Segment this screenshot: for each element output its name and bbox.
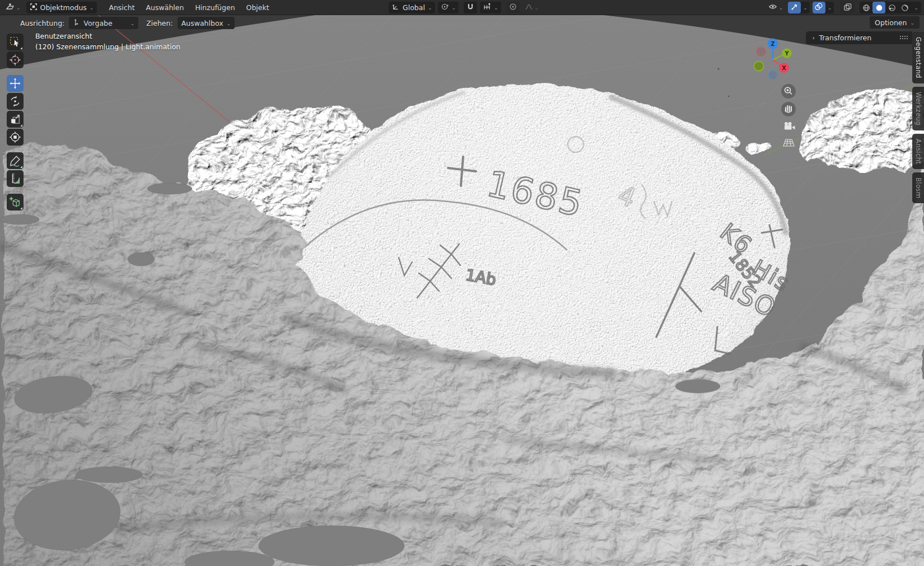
xray-toggle-button[interactable] [840, 2, 855, 13]
subtool-indicator [20, 207, 22, 209]
tool-scale[interactable] [7, 111, 24, 128]
chevron-down-icon: ⌄ [90, 6, 94, 11]
collection-info-label: (120) Szenensammlung | Light.animation [35, 43, 180, 51]
menu-hinzufuegen[interactable]: Hinzufügen [190, 2, 240, 13]
subtool-indicator [20, 166, 22, 168]
snap-toggle-button[interactable] [464, 2, 477, 13]
proportional-edit-button[interactable] [506, 2, 520, 13]
gizmo-axis-neg-x[interactable] [757, 47, 766, 56]
orientation-axes-icon [392, 3, 400, 12]
blender-window: 1685 4 K6 1852 His AISO 1Ab [0, 0, 924, 566]
magnet-icon [466, 3, 474, 12]
gizmo-axis-z[interactable]: Z [768, 39, 778, 49]
sidebar-tab-column: Gegenstand Werkzeug Ansicht Blosm [912, 32, 924, 203]
tool-settings-bar: Ausrichtung: Vorgabe ⌄ Ziehen: Auswahlbo… [20, 17, 235, 29]
options-dropdown-button[interactable]: Optionen ⌄ [870, 16, 920, 29]
xray-icon [843, 3, 852, 13]
svg-text:X: X [782, 65, 786, 71]
snap-increment-icon [483, 3, 491, 12]
tool-rotate[interactable] [7, 93, 24, 110]
falloff-dropdown[interactable]: ⌄ [522, 2, 542, 13]
pivot-point-dropdown[interactable]: ⌄ [438, 2, 459, 13]
tool-measure[interactable] [7, 170, 24, 187]
falloff-curve-icon [525, 3, 533, 12]
options-label: Optionen [875, 18, 907, 27]
tab-gegenstand[interactable]: Gegenstand [912, 32, 924, 83]
svg-text:Y: Y [784, 50, 789, 57]
chevron-down-icon: ⌄ [535, 6, 539, 11]
top-menu-bar: ⌄ Objektmodus ⌄ Ansicht Auswählen Hinzuf… [0, 0, 924, 15]
pivot-icon [441, 3, 449, 12]
perspective-toggle-button[interactable] [783, 139, 794, 146]
grid-plane-icon [783, 139, 794, 146]
gizmo-arrow-icon [791, 3, 798, 12]
orientation-setting-value: Vorgabe [83, 19, 112, 27]
drag-setting-label: Ziehen: [146, 19, 172, 27]
chevron-down-icon[interactable]: ⌄ [801, 6, 810, 11]
chevron-down-icon: ⌄ [428, 6, 432, 11]
orientation-setting-dropdown[interactable]: Vorgabe ⌄ [69, 17, 138, 29]
chevron-down-icon: ⌄ [494, 6, 498, 11]
chevron-down-icon: ⌄ [227, 21, 231, 26]
chevron-down-icon: ⌄ [910, 21, 914, 26]
tool-transform[interactable] [7, 129, 24, 146]
eye-icon [768, 3, 777, 12]
chevron-down-icon[interactable]: ⌄ [825, 6, 834, 11]
panel-grip-handle[interactable] [899, 35, 908, 40]
npanel-transform-header[interactable]: ⌄ Transformieren [806, 31, 912, 44]
tool-move[interactable] [7, 75, 24, 92]
shading-material-button[interactable] [885, 2, 898, 13]
show-gizmos-toggle[interactable] [788, 2, 801, 13]
transform-orientation-dropdown[interactable]: Global ⌄ [389, 2, 435, 13]
svg-text:Z: Z [771, 41, 774, 47]
mode-dropdown[interactable]: Objektmodus ⌄ [26, 2, 97, 13]
object-mode-icon [30, 3, 38, 12]
gizmo-axis-neg-z[interactable] [768, 71, 777, 79]
tool-cursor[interactable] [7, 52, 24, 68]
camera-view-button[interactable] [785, 122, 795, 130]
viewport-nav-buttons [778, 83, 801, 153]
shading-solid-button[interactable] [872, 2, 885, 13]
tab-werkzeug[interactable]: Werkzeug [912, 87, 924, 130]
orientation-label: Global [403, 3, 425, 12]
chevron-right-icon: ⌄ [810, 35, 815, 40]
menu-ansicht[interactable]: Ansicht [104, 2, 139, 13]
editor-type-button[interactable]: ⌄ [3, 2, 23, 13]
shading-rendered-button[interactable] [898, 2, 911, 13]
menu-auswaehlen[interactable]: Auswählen [141, 2, 189, 13]
gizmo-axis-y[interactable]: Y [782, 48, 791, 58]
tool-annotate[interactable] [7, 152, 24, 169]
gizmo-axis-neg-y[interactable] [754, 62, 764, 71]
camera-icon [785, 122, 795, 130]
snap-target-dropdown[interactable]: ⌄ [480, 2, 501, 13]
gizmos-dropdown-group: ⌄ [788, 2, 810, 13]
mode-dropdown-label: Objektmodus [40, 3, 87, 12]
chevron-down-icon: ⌄ [16, 6, 21, 11]
show-overlays-toggle[interactable] [813, 2, 825, 13]
tab-blosm[interactable]: Blosm [912, 172, 924, 203]
pan-button[interactable] [781, 102, 796, 116]
chevron-down-icon: ⌄ [130, 21, 135, 26]
orientation-setting-label: Ausrichtung: [20, 19, 64, 27]
drag-setting-value: Auswahlbox [181, 19, 223, 27]
visibility-dropdown[interactable]: ⌄ [766, 2, 786, 13]
chevron-down-icon: ⌄ [779, 6, 783, 11]
menu-objekt[interactable]: Objekt [241, 2, 274, 13]
overlays-icon [815, 3, 823, 12]
tab-ansicht[interactable]: Ansicht [912, 134, 924, 169]
drag-setting-dropdown[interactable]: Auswahlbox ⌄ [178, 17, 235, 29]
viewport-editor-icon [6, 2, 15, 13]
subtool-indicator [20, 124, 22, 127]
shading-mode-group: ⌄ [860, 2, 921, 13]
shading-wireframe-button[interactable] [860, 2, 872, 13]
gizmo-axis-x[interactable]: X [779, 63, 789, 73]
tool-add-cube[interactable] [7, 194, 24, 211]
chevron-down-icon: ⌄ [451, 6, 456, 11]
chevron-down-icon[interactable]: ⌄ [911, 6, 921, 11]
view-name-label: Benutzeransicht [35, 32, 92, 40]
zoom-button[interactable] [781, 84, 796, 99]
overlays-dropdown-group: ⌄ [813, 2, 834, 13]
tool-select-box[interactable] [7, 34, 24, 50]
npanel-header-label: Transformieren [819, 34, 871, 42]
navigation-gizmo[interactable]: Z Y X [748, 32, 801, 83]
